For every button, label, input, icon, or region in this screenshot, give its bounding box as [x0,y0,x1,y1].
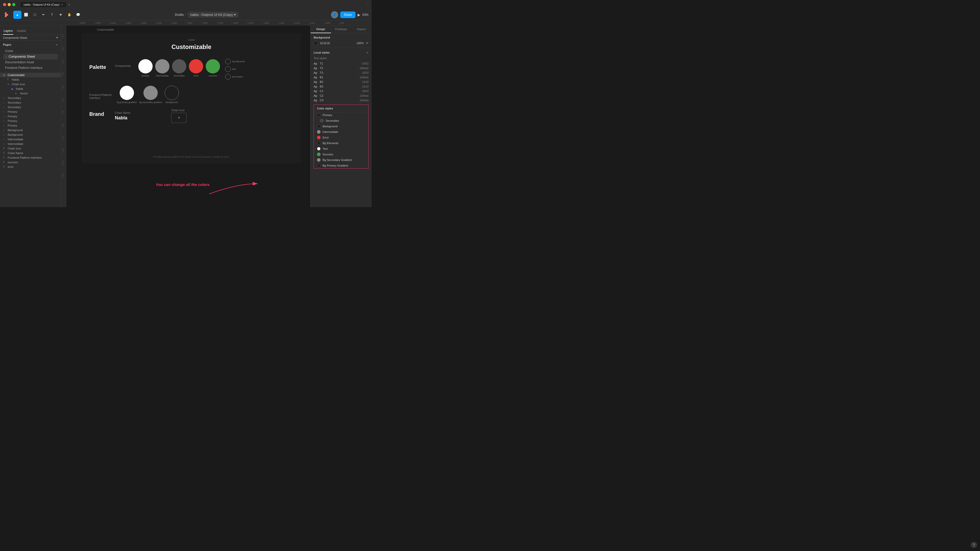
pen-tool-button[interactable]: ✒ [39,11,48,19]
ruler-mark: -1600 [232,21,247,25]
layer-item-secondary-3[interactable]: ○ Secondary [0,105,61,110]
color-circle-primary: primary [138,59,153,77]
color-style-secondary[interactable]: Secondary [314,118,368,124]
close-window-button[interactable] [3,3,6,6]
layer-item-intermediate-2[interactable]: ○ Intermediate [0,141,61,146]
layer-item-chain-icon-text[interactable]: T Chain Icon [0,146,61,151]
component-tool-button[interactable]: ❖ [57,11,65,19]
vruler-mark: 300 [61,51,66,64]
layer-item-secondary-1[interactable]: ○ Secondary [0,96,61,100]
layer-item-chain-name[interactable]: T Chain Name [0,151,61,156]
tool-group: ▲ ⬜ ⬡ ✒ T ❖ ✋ 💬 [13,11,82,19]
visibility-toggle[interactable]: 👁 [366,41,369,44]
color-styles-title: Color styles [317,107,333,110]
add-local-style-button[interactable]: + [366,51,369,55]
vruler-mark: 1000 [61,140,66,153]
text-style-b1[interactable]: Ag B1 · 14/Auto [313,75,369,79]
shape-tool-button[interactable]: ⬡ [30,11,39,19]
tab-layers[interactable]: Layers [3,27,13,35]
tab-inspect[interactable]: Inspect [351,25,372,33]
color-style-bg-secondary-gradient[interactable]: Bg Secondary Gradient [314,157,368,163]
page-item-frontend[interactable]: Frontend Platform Interface [3,65,58,71]
bg-opacity[interactable]: 100% [356,41,364,44]
layer-item-secondary-2[interactable]: ○ Secondary [0,100,61,105]
add-page-button[interactable]: + [56,43,58,47]
layer-item-fpi[interactable]: T Frontend Platform Interface [0,156,61,160]
layer-item-primary-2[interactable]: ○ Primary [0,114,61,119]
layer-item-nabla-text[interactable]: T Nabla [0,77,61,82]
text-style-t3[interactable]: Ag T3 · 16/24 [313,70,369,75]
breadcrumb-file[interactable]: nabla - Outpost UI Kit (Copy) ▾ [188,12,239,17]
maximize-window-button[interactable] [12,3,15,6]
layer-item-primary-4[interactable]: ○ Primary [0,123,61,128]
layer-item-chain-icon[interactable]: ✦ Chain Icon [0,82,61,86]
layer-item-customizable[interactable]: ⊞ Customizable [0,73,61,77]
text-style-c1[interactable]: Ag C1 · 15/24 [313,89,369,94]
text-style-t1[interactable]: Ag T1 · 24/32 [313,61,369,66]
zoom-level[interactable]: 63% [363,13,369,17]
layer-icon: T [3,152,6,155]
tab-close-button[interactable]: ✕ [61,3,63,6]
color-style-primary[interactable]: Primary [314,112,368,118]
layer-item-error[interactable]: T error [0,165,61,169]
color-style-success[interactable]: Success [314,151,368,157]
layer-item-intermediate-1[interactable]: ○ Intermediate [0,137,61,141]
text-style-c3[interactable]: Ag C3 · 10/Auto [313,98,369,103]
page-item-documentation[interactable]: Documentation Asset [3,59,58,65]
layer-label: Chain Icon [12,83,25,86]
text-style-c2[interactable]: Ag C2 · 12/Auto [313,94,369,98]
page-item-components-sheet[interactable]: ✓ Components Sheet [3,54,58,59]
share-button[interactable]: Share [340,11,355,18]
comment-tool-button[interactable]: 💬 [74,11,82,19]
text-style-b3[interactable]: Ag B3 · 11/13 [313,84,369,89]
move-tool-button[interactable]: ▲ [13,11,21,19]
color-style-error[interactable]: Error [314,135,368,140]
bg-color-swatch[interactable] [313,41,318,45]
tab-assets[interactable]: Assets [16,27,27,35]
layer-label: error [8,165,14,168]
figma-logo[interactable] [3,11,10,18]
sheet-selector[interactable]: Components Sheet ▾ [0,35,61,41]
browser-more-button[interactable]: ··· [366,3,369,6]
layer-item-background-2[interactable]: ○ Background [0,132,61,137]
main-area: Layers Assets Components Sheet ▾ Pages +… [0,25,372,207]
frame-tool-button[interactable]: ⬜ [22,11,30,19]
color-style-name: Background [323,125,338,128]
text-style-t2[interactable]: Ag T2 · 18/Auto [313,66,369,70]
ruler-mark: -1000 [324,21,339,25]
layer-icon: ○ [3,97,6,100]
page-item-cover[interactable]: Cover [3,48,58,54]
text-style-b2[interactable]: Ag B2 · 12/16 [313,79,369,84]
tab-design[interactable]: Design [310,25,331,33]
canvas-area[interactable]: Customizable nabla Customizable Palette … [66,25,310,207]
bg-color-value[interactable]: 1E1E1E [320,41,355,44]
tab-bar: nabla - Outpost UI Kit (Copy) ✕ + [21,2,70,7]
layer-item-primary-1[interactable]: ○ Primary [0,110,61,114]
layer-item-vector[interactable]: ▾ Vector [0,91,61,96]
breadcrumb-drafts[interactable]: Drafts [175,13,184,17]
color-style-bg-primary-gradient[interactable]: Bg Primary Gradient [314,163,368,168]
style-spec: · 16/24 [361,71,369,74]
layer-item-primary-3[interactable]: ○ Primary [0,119,61,123]
color-style-text[interactable]: Text [314,146,368,151]
style-name: T3 [320,71,359,74]
color-style-name: Primary [323,114,332,117]
new-tab-button[interactable]: + [68,3,70,6]
text-tool-button[interactable]: T [48,11,56,19]
chevron-down-icon: ▾ [234,13,236,17]
horizontal-ruler: -2800 -2500 -2400 -2300 -2200 -2100 -200… [0,21,372,25]
minimize-window-button[interactable] [8,3,11,6]
color-style-intermediate[interactable]: Intermediate [314,129,368,135]
layer-item-background-1[interactable]: ○ Background [0,128,61,132]
vruler-mark: 800 [61,115,66,127]
style-name: B3 [320,85,359,88]
tab-prototype[interactable]: Prototype [331,25,352,33]
color-style-bg-elements[interactable]: Bg Elements [314,140,368,146]
play-button[interactable]: ▶ [358,13,360,17]
ag-icon: Ag [313,62,318,65]
active-tab[interactable]: nabla - Outpost UI Kit (Copy) ✕ [21,2,66,7]
layer-item-nabla-component[interactable]: ◆ Nabla [0,86,61,91]
color-style-background[interactable]: Background [314,124,368,129]
layer-item-success[interactable]: T success [0,160,61,165]
hand-tool-button[interactable]: ✋ [65,11,73,19]
